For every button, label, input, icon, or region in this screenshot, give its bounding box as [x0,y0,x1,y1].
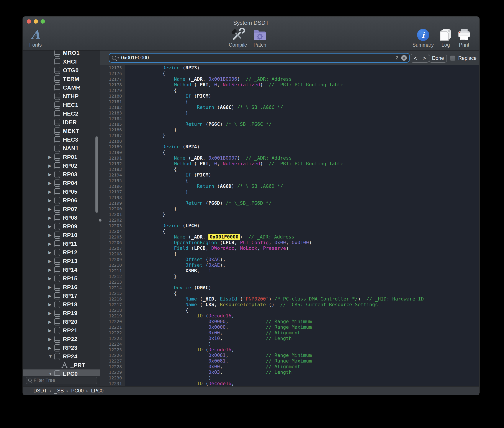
disclosure-triangle-icon[interactable]: ▶ [48,285,54,290]
print-button[interactable]: Print [458,27,471,48]
code-line[interactable]: 12224 ) [100,341,479,347]
disclosure-triangle-icon[interactable]: ▶ [48,319,54,324]
code-line[interactable]: 12215 { [100,290,479,296]
breadcrumb-item-pc00[interactable]: PC00 [71,388,84,394]
disclosure-triangle-icon[interactable]: ▶ [48,172,54,177]
sidebar-item-ider[interactable]: IDER [23,118,100,127]
code-line[interactable]: 12190 { [100,150,479,155]
code-line[interactable]: 12219 IO (Decode16, [100,313,479,319]
code-line[interactable]: 12206 OperationRegion (LPCB, PCI_Config,… [100,240,479,246]
code-line[interactable]: 12188 [100,138,479,144]
sidebar-item-rp11[interactable]: ▶RP11 [23,239,100,248]
code-line[interactable]: 12180 If (PICM) [100,93,479,99]
code-line[interactable]: 12175 Device (RP23) [100,65,479,71]
code-line[interactable]: 12209 Offset (0xAC), [100,257,479,262]
find-next-button[interactable]: > [420,54,429,62]
code-line[interactable]: 12195 { [100,178,479,183]
search-input[interactable]: ▾ 0x001F0000 2 ✕ [109,53,410,63]
code-line[interactable]: 12187 } [100,133,479,138]
filter-tree-input[interactable]: Filter Tree [26,377,97,384]
disclosure-triangle-icon[interactable]: ▶ [48,267,54,272]
sidebar-item-rp20[interactable]: ▶RP20 [23,317,100,326]
code-line[interactable]: 12178 Method (_PRT, 0, NotSerialized) //… [100,82,479,88]
code-line[interactable]: 12184 [100,116,479,121]
code-line[interactable]: 12203 Device (LPC0) [100,223,479,229]
disclosure-triangle-icon[interactable]: ▼ [48,371,54,376]
code-line[interactable]: 12205 Name (_ADR, 0x001F0000) // _ADR: A… [100,234,479,240]
sidebar-item-nan1[interactable]: NAN1 [23,144,100,153]
code-line[interactable]: 12228 0x00, // Alignment [100,364,479,370]
sidebar-item-rp10[interactable]: ▶RP10 [23,231,100,239]
disclosure-triangle-icon[interactable]: ▶ [48,198,54,203]
code-line[interactable]: 12204 { [100,229,479,234]
sidebar-item-xhci[interactable]: XHCI [23,57,100,66]
code-line[interactable]: 12194 If (PICM) [100,172,479,178]
disclosure-triangle-icon[interactable]: ▶ [48,189,54,194]
code-line[interactable]: 12221 0x0000, // Range Maximum [100,324,479,330]
sidebar-item-hec1[interactable]: HEC1 [23,101,100,109]
code-line[interactable]: 12179 { [100,88,479,93]
code-line[interactable]: 12226 0x0081, // Range Minimum [100,353,479,358]
code-line[interactable]: 12181 { [100,99,479,105]
code-line[interactable]: 12218 { [100,307,479,313]
code-line[interactable]: 12231 IO (Decode16, [100,381,479,386]
breadcrumb-item-dsdt[interactable]: DSDT [33,388,47,394]
sidebar-item-otg0[interactable]: OTG0 [23,66,100,74]
disclosure-triangle-icon[interactable]: ▶ [48,276,54,281]
breadcrumb-item-_sb[interactable]: _SB [54,388,64,394]
sidebar-item-camr[interactable]: CAMR [23,83,100,92]
code-line[interactable]: 12176 { [100,71,479,76]
code-line[interactable]: 12199 Return (PG6D) /* \_SB_.PG6D */ [100,200,479,206]
code-line[interactable]: 12225 IO (Decode16, [100,347,479,353]
sidebar-item-rp14[interactable]: ▶RP14 [23,265,100,274]
disclosure-triangle-icon[interactable]: ▶ [48,181,54,186]
code-line[interactable]: 12214 Device (DMAC) [100,285,479,290]
sidebar-item-rp06[interactable]: ▶RP06 [23,196,100,205]
sidebar-item-rp18[interactable]: ▶RP18 [23,300,100,309]
code-line[interactable]: 12207 Field (LPCB, DWordAcc, NoLock, Pre… [100,246,479,251]
sidebar-scrollbar[interactable] [95,136,98,213]
fonts-button[interactable]: A Fonts [29,27,42,48]
code-line[interactable]: 12213 [100,279,479,285]
sidebar-item-rp07[interactable]: ▶RP07 [23,205,100,213]
code-line[interactable]: 12192 Method (_PRT, 0, NotSerialized) //… [100,161,479,166]
sidebar-item-rp16[interactable]: ▶RP16 [23,283,100,291]
code-line[interactable]: 12210 Offset (0xAE), [100,262,479,268]
code-line[interactable]: 12185 Return (PG6C) /* \_SB_.PG6C */ [100,121,479,127]
patch-button[interactable]: Patch [253,27,266,48]
code-line[interactable]: 12223 0x10, // Length [100,336,479,341]
disclosure-triangle-icon[interactable]: ▶ [48,215,54,220]
code-line[interactable]: 12189 Device (RP24) [100,144,479,150]
summary-button[interactable]: i Summary [413,27,434,48]
breadcrumb-item-lpc0[interactable]: LPC0 [91,388,104,394]
code-line[interactable]: 12183 } [100,110,479,116]
disclosure-triangle-icon[interactable]: ▶ [48,311,54,316]
disclosure-triangle-icon[interactable]: ▶ [48,233,54,238]
code-line[interactable]: 12229 0x03, // Length [100,370,479,375]
code-line[interactable]: 12216 Name (_HID, EisaId ("PNP0200") /* … [100,296,479,302]
disclosure-triangle-icon[interactable]: ▼ [48,354,54,359]
sidebar-item-rp17[interactable]: ▶RP17 [23,291,100,300]
sidebar-item-rp08[interactable]: ▶RP08 [23,213,100,222]
code-line[interactable]: 12191 Name (_ADR, 0x001B0007) // _ADR: A… [100,155,479,161]
code-line[interactable]: 12212 } [100,274,479,279]
sidebar-item-rp19[interactable]: ▶RP19 [23,309,100,317]
disclosure-triangle-icon[interactable]: ▶ [48,293,54,298]
splitter-handle[interactable] [99,219,101,222]
code-line[interactable]: 12196 Return (AG6D) /* \_SB_.AG6D */ [100,183,479,189]
code-line[interactable]: 12220 0x0000, // Range Minimum [100,319,479,324]
code-line[interactable]: 12222 0x00, // Alignment [100,330,479,336]
sidebar-item-rp15[interactable]: ▶RP15 [23,274,100,283]
replace-checkbox[interactable] [450,56,455,61]
compile-button[interactable]: Compile [229,27,247,48]
find-previous-button[interactable]: < [411,54,420,62]
code-line[interactable]: 12211 XSMB, 1 [100,268,479,274]
log-button[interactable]: Log [439,27,452,48]
sidebar-item-hec3[interactable]: HEC3 [23,135,100,144]
disclosure-triangle-icon[interactable]: ▶ [48,250,54,255]
code-line[interactable]: 12177 Name (_ADR, 0x001B0006) // _ADR: A… [100,76,479,82]
sidebar-tree[interactable]: MRO1XHCIOTG0TERMCAMRNTHPHEC1HEC2IDERMEKT… [23,50,100,376]
sidebar-item-rp22[interactable]: ▶RP22 [23,335,100,343]
disclosure-triangle-icon[interactable]: ▶ [48,259,54,264]
sidebar-item-rp01[interactable]: ▶RP01 [23,153,100,161]
